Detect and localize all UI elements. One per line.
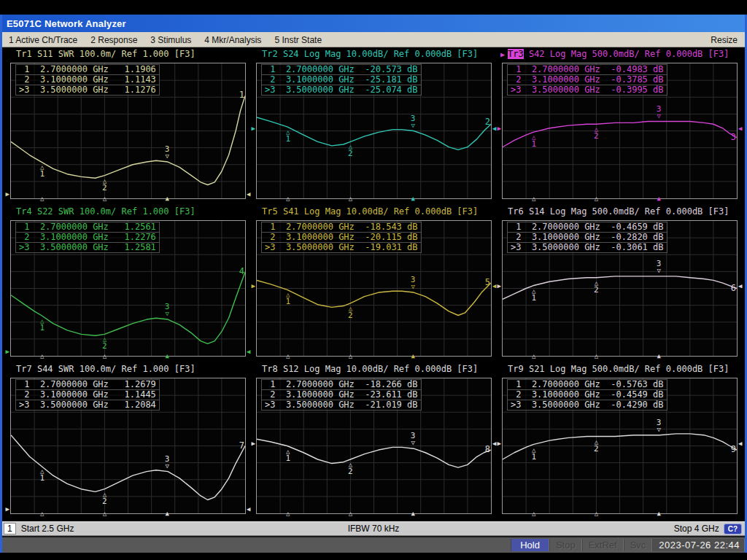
ref-level-left-arrow-icon: ▶	[498, 440, 501, 446]
marker-readout-row: 2 3.1000000 GHz -0.4549 dB	[508, 390, 667, 400]
marker-number: 1	[39, 171, 44, 178]
trace-format-label: S42 Log Mag 500.0mdB/ Ref 0.000dB [F3]	[524, 49, 729, 59]
stimulus-marker-icon: ▲	[165, 510, 169, 517]
trace-format-label: S22 SWR 100.0m/ Ref 1.000 [F3]	[32, 206, 196, 217]
marker-readout-row: 2 3.1000000 GHz -20.115 dB	[262, 233, 421, 243]
chart-area[interactable]: 1 2.7000000 GHz -0.5763 dB 2 3.1000000 G…	[502, 378, 738, 514]
trace-format-label: S24 Log Mag 10.00dB/ Ref 0.000dB [F3]	[278, 49, 479, 59]
trace-grid: ▶Tr1 S11 SWR 100.0m/ Ref 1.000 [F3] 1 2.…	[2, 47, 745, 521]
trace-format-label: S12 Log Mag 10.00dB/ Ref 0.000dB [F3]	[278, 364, 479, 374]
chart-area[interactable]: 1 2.7000000 GHz 1.1906 2 3.1000000 GHz 1…	[10, 63, 246, 199]
menu-item-1[interactable]: 1 Active Ch/Trace	[2, 35, 84, 45]
marker-number: 2	[348, 150, 353, 158]
ref-level-right-arrow-icon: ◀	[738, 440, 742, 446]
stimulus-marker-icon: △	[349, 195, 352, 202]
stimulus-marker-icon: △	[103, 195, 107, 202]
marker-readout-row: >3 3.5000000 GHz -0.3061 dB	[508, 243, 667, 252]
trace-number-label: 2	[485, 117, 490, 128]
marker-number: 1	[39, 475, 44, 482]
stimulus-marker-icon: △	[349, 510, 352, 517]
stimulus-marker-icon: ▲	[411, 510, 414, 517]
stimulus-marker-icon: △	[595, 510, 598, 517]
panel-tr7: ▶Tr7 S44 SWR 100.0m/ Ref 1.000 [F3] 1 2.…	[4, 364, 250, 521]
marker-1-glyph: △1	[285, 292, 290, 306]
ref-level-left-arrow-icon: ▶	[6, 349, 9, 355]
chart-area[interactable]: 1 2.7000000 GHz -18.543 dB 2 3.1000000 G…	[256, 220, 492, 357]
marker-readout-row: 1 2.7000000 GHz 1.1906	[16, 65, 159, 75]
marker-number: 2	[594, 133, 599, 140]
menu-item-4[interactable]: 4 Mkr/Analysis	[198, 35, 268, 45]
menu-item-2[interactable]: 2 Response	[84, 35, 144, 45]
marker-readout-table: 1 2.7000000 GHz -0.4659 dB 2 3.1000000 G…	[507, 222, 667, 253]
panel-header: ▶Tr3 S42 Log Mag 500.0mdB/ Ref 0.000dB […	[499, 49, 739, 61]
panel-tr1: ▶Tr1 S11 SWR 100.0m/ Ref 1.000 [F3] 1 2.…	[4, 49, 250, 206]
marker-number: 2	[102, 343, 107, 350]
trace-number-label: 3	[731, 132, 736, 142]
chart-area[interactable]: 1 2.7000000 GHz 1.2679 2 3.1000000 GHz 1…	[10, 378, 246, 514]
marker-1-glyph: △1	[531, 134, 536, 148]
chart-area[interactable]: 1 2.7000000 GHz -18.266 dB 2 3.1000000 G…	[256, 378, 492, 514]
marker-3-glyph: 3▽	[411, 115, 416, 129]
stimulus-marker-icon: △	[286, 195, 290, 202]
marker-readout-row: 2 3.1000000 GHz 1.1143	[16, 75, 159, 85]
marker-readout-row: 2 3.1000000 GHz -0.3785 dB	[508, 75, 667, 85]
marker-down-triangle-icon: ▽	[411, 122, 414, 129]
marker-2-glyph: △2	[348, 306, 353, 319]
marker-2-glyph: △2	[594, 126, 599, 140]
chart-area[interactable]: 1 2.7000000 GHz -0.4659 dB 2 3.1000000 G…	[502, 220, 738, 357]
menu-item-3[interactable]: 3 Stimulus	[144, 35, 198, 45]
panel-tr2: ▶Tr2 S24 Log Mag 10.00dB/ Ref 0.000dB [F…	[250, 49, 496, 206]
marker-readout-row: 2 3.1000000 GHz -0.2820 dB	[508, 233, 667, 243]
marker-readout-row: >3 3.5000000 GHz -19.031 dB	[262, 243, 421, 252]
ref-level-right-arrow-icon: ◀	[247, 349, 250, 355]
resize-button[interactable]: Resize	[703, 35, 745, 45]
trace-id-label: Tr3	[508, 49, 524, 59]
ref-level-left-arrow-icon: ▶	[6, 191, 9, 198]
marker-3-glyph: 3▽	[411, 276, 416, 290]
marker-3-glyph: 3▽	[165, 303, 170, 317]
marker-readout-row: 1 2.7000000 GHz -20.573 dB	[262, 65, 421, 75]
stimulus-marker-icon: ▲	[411, 195, 414, 202]
trace-id-label: Tr2	[262, 49, 278, 59]
marker-2-glyph: △2	[102, 336, 107, 350]
panel-tr8: ▶Tr8 S12 Log Mag 10.00dB/ Ref 0.000dB [F…	[250, 364, 496, 521]
marker-down-triangle-icon: ▽	[657, 113, 660, 120]
marker-3-glyph: 3▽	[411, 432, 416, 446]
ref-level-right-arrow-icon: ◀	[492, 282, 496, 289]
panel-row-2: ▶Tr4 S22 SWR 100.0m/ Ref 1.000 [F3] 1 2.…	[4, 206, 743, 364]
marker-3-glyph: 3▽	[657, 106, 662, 120]
instrument-status-bar: Hold Stop ExtRef Svc 2023-07-26 22:44	[2, 536, 745, 553]
marker-number: 2	[102, 498, 107, 505]
marker-2-glyph: △2	[102, 178, 107, 192]
hold-indicator[interactable]: Hold	[511, 539, 549, 551]
stimulus-marker-icon: △	[532, 510, 535, 517]
marker-readout-table: 1 2.7000000 GHz 1.1906 2 3.1000000 GHz 1…	[15, 64, 160, 96]
chart-area[interactable]: 1 2.7000000 GHz -20.573 dB 2 3.1000000 G…	[256, 63, 492, 199]
panel-tr6: ▶Tr6 S14 Log Mag 500.0mdB/ Ref 0.000dB […	[496, 206, 742, 364]
panel-header: ▶Tr5 S41 Log Mag 10.00dB/ Ref 0.000dB [F…	[253, 206, 493, 219]
marker-2-glyph: △2	[348, 144, 353, 158]
marker-number: 2	[594, 446, 599, 453]
trace-format-label: S11 SWR 100.0m/ Ref 1.000 [F3]	[32, 49, 196, 59]
marker-2-glyph: △2	[348, 462, 353, 475]
marker-1-glyph: △1	[39, 164, 44, 178]
ref-level-right-arrow-icon: ◀	[247, 191, 250, 198]
trace-number-label: 8	[485, 444, 490, 454]
trace-format-label: S21 Log Mag 500.0mdB/ Ref 0.000dB [F3]	[524, 364, 729, 374]
chart-area[interactable]: 1 2.7000000 GHz 1.2561 2 3.1000000 GHz 1…	[10, 220, 246, 357]
marker-readout-table: 1 2.7000000 GHz -20.573 dB 2 3.1000000 G…	[261, 64, 422, 96]
panel-header: ▶Tr8 S12 Log Mag 10.00dB/ Ref 0.000dB [F…	[253, 364, 493, 376]
marker-1-glyph: △1	[531, 447, 536, 461]
stimulus-marker-icon: △	[532, 195, 535, 202]
marker-3-glyph: 3▽	[165, 146, 170, 160]
marker-readout-row: >3 3.5000000 GHz -0.3995 dB	[508, 85, 667, 95]
ref-level-right-arrow-icon: ◀	[492, 125, 496, 131]
marker-1-glyph: △1	[531, 288, 536, 302]
analyzer-screen: E5071C Network Analyzer 1 Active Ch/Trac…	[0, 0, 747, 560]
menu-item-5[interactable]: 5 Instr State	[268, 35, 328, 45]
trace-number-label: 4	[239, 267, 244, 277]
chart-area[interactable]: 1 2.7000000 GHz -0.4983 dB 2 3.1000000 G…	[502, 63, 738, 199]
trace-number-label: 9	[731, 444, 736, 454]
marker-readout-row: 1 2.7000000 GHz -18.266 dB	[262, 380, 421, 390]
active-trace-arrow-icon: ▶	[500, 50, 508, 58]
